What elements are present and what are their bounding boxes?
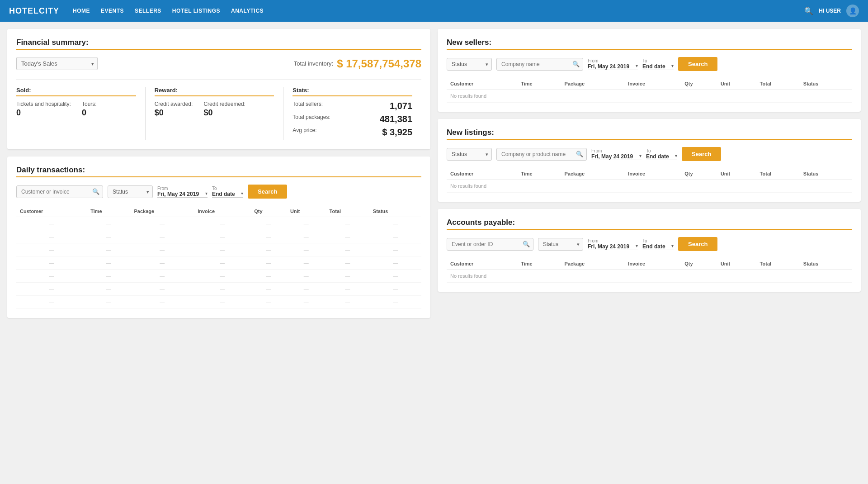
listings-status-dropdown-wrapper: Status bbox=[447, 148, 492, 161]
new-sellers-card: New sellers: Status 🔍 From Fri, May 24 2… bbox=[438, 29, 861, 112]
daily-to-date-wrapper: To End date bbox=[212, 186, 243, 198]
daily-transactions-title: Daily transactions: bbox=[16, 166, 421, 175]
ap-col-package: Package bbox=[561, 258, 624, 270]
listings-to-date-wrapper: To End date bbox=[646, 148, 677, 160]
event-order-search-wrapper: 🔍 bbox=[447, 238, 533, 251]
customer-invoice-input[interactable] bbox=[16, 185, 103, 198]
global-search-icon[interactable]: 🔍 bbox=[804, 7, 813, 15]
nl-col-qty: Qty bbox=[681, 168, 717, 180]
listings-search-button[interactable]: Search bbox=[682, 147, 721, 161]
company-name-search-icon: 🔍 bbox=[572, 61, 580, 67]
table-row: ———————— bbox=[16, 243, 421, 256]
listings-to-date-select[interactable]: End date bbox=[646, 153, 677, 160]
daily-from-date-wrapper: From Fri, May 24 2019 bbox=[157, 186, 208, 198]
table-row: ———————— bbox=[16, 230, 421, 243]
sellers-search-button[interactable]: Search bbox=[678, 57, 717, 71]
stats-underline bbox=[292, 95, 412, 96]
accounts-payable-no-results: No results found bbox=[447, 270, 852, 283]
sellers-from-date-wrapper: From Fri, May 24 2019 bbox=[588, 58, 638, 70]
company-product-search-wrapper: 🔍 bbox=[496, 148, 587, 161]
stats-section: Stats: Total sellers: 1,071 Total packag… bbox=[283, 87, 421, 140]
payable-to-date-select[interactable]: End date bbox=[642, 243, 674, 250]
payable-status-dropdown-wrapper: Status bbox=[538, 238, 583, 251]
sold-section: Sold: Tickets and hospitality: 0 Tours: … bbox=[16, 87, 145, 140]
sellers-to-date-wrapper: To End date bbox=[642, 58, 674, 70]
daily-from-label: From bbox=[157, 186, 208, 191]
tickets-value: 0 bbox=[16, 108, 71, 118]
accounts-payable-title: Accounts payable: bbox=[447, 218, 852, 227]
company-name-search-wrapper: 🔍 bbox=[496, 58, 583, 71]
credit-redeemed-label: Credit redeemed: bbox=[203, 101, 245, 107]
brand-logo[interactable]: HOTELCITY bbox=[9, 6, 59, 16]
nav-hotel-listings[interactable]: HOTEL LISTINGS bbox=[172, 8, 220, 14]
daily-search-button[interactable]: Search bbox=[248, 185, 287, 199]
user-avatar[interactable]: 👤 bbox=[846, 5, 859, 17]
payable-from-label: From bbox=[588, 238, 638, 243]
sellers-from-label: From bbox=[588, 58, 638, 63]
daily-transactions-thead: Customer Time Package Invoice Qty Unit T… bbox=[16, 206, 421, 217]
sellers-from-date-select[interactable]: Fri, May 24 2019 bbox=[588, 63, 638, 70]
listings-status-dropdown[interactable]: Status bbox=[447, 148, 492, 161]
new-sellers-underline bbox=[447, 49, 852, 50]
sold-title: Sold: bbox=[16, 87, 136, 94]
listings-from-label: From bbox=[591, 148, 642, 153]
total-packages-value: 481,381 bbox=[380, 114, 412, 124]
daily-status-dropdown-wrapper: Status bbox=[108, 185, 153, 198]
table-row: No results found bbox=[447, 90, 852, 103]
credit-redeemed-value: $0 bbox=[203, 108, 245, 118]
company-product-input[interactable] bbox=[496, 148, 587, 161]
table-row: ———————— bbox=[16, 270, 421, 283]
payable-from-date-wrapper: From Fri, May 24 2019 bbox=[588, 238, 638, 250]
ns-col-status: Status bbox=[800, 78, 852, 90]
total-packages-row: Total packages: 481,381 bbox=[292, 114, 412, 124]
sellers-status-dropdown-wrapper: Status bbox=[447, 58, 492, 71]
sales-period-dropdown[interactable]: Today's Sales Weekly Sales Monthly Sales bbox=[16, 57, 98, 70]
tickets-label: Tickets and hospitality: bbox=[16, 101, 71, 107]
new-listings-title: New listings: bbox=[447, 128, 852, 137]
total-packages-label: Total packages: bbox=[292, 114, 330, 124]
table-row: ———————— bbox=[16, 256, 421, 270]
ap-col-customer: Customer bbox=[447, 258, 517, 270]
customer-invoice-search-icon: 🔍 bbox=[92, 188, 99, 195]
payable-to-date-wrapper: To End date bbox=[642, 238, 674, 250]
table-row: ———————— bbox=[16, 283, 421, 296]
total-sellers-value: 1,071 bbox=[390, 101, 412, 111]
nav-events[interactable]: EVENTS bbox=[101, 8, 124, 14]
financial-stats: Sold: Tickets and hospitality: 0 Tours: … bbox=[16, 79, 421, 140]
payable-from-date-select[interactable]: Fri, May 24 2019 bbox=[588, 243, 638, 250]
nav-home[interactable]: HOME bbox=[73, 8, 90, 14]
listings-from-date-wrapper: From Fri, May 24 2019 bbox=[591, 148, 642, 160]
ap-col-unit: Unit bbox=[717, 258, 756, 270]
ap-col-invoice: Invoice bbox=[624, 258, 681, 270]
credit-awarded-label: Credit awarded: bbox=[155, 101, 193, 107]
user-label: HI USER bbox=[819, 8, 841, 14]
daily-status-dropdown[interactable]: Status bbox=[108, 185, 153, 198]
accounts-payable-thead: Customer Time Package Invoice Qty Unit T… bbox=[447, 258, 852, 270]
nav-analytics[interactable]: ANALYTICS bbox=[231, 8, 264, 14]
credit-awarded-value: $0 bbox=[155, 108, 193, 118]
reward-section: Reward: Credit awarded: $0 Credit redeem… bbox=[145, 87, 283, 140]
total-sellers-label: Total sellers: bbox=[292, 101, 323, 111]
sellers-to-label: To bbox=[642, 58, 674, 63]
ap-col-total: Total bbox=[756, 258, 800, 270]
daily-from-date-select[interactable]: Fri, May 24 2019 bbox=[157, 191, 208, 198]
nav-sellers[interactable]: SELLERS bbox=[135, 8, 161, 14]
payable-search-button[interactable]: Search bbox=[678, 237, 717, 251]
table-row: ———————— bbox=[16, 217, 421, 230]
tours-col: Tours: 0 bbox=[82, 101, 97, 118]
sellers-status-dropdown[interactable]: Status bbox=[447, 58, 492, 71]
sellers-to-date-select[interactable]: End date bbox=[642, 63, 674, 70]
new-sellers-header-row: Customer Time Package Invoice Qty Unit T… bbox=[447, 78, 852, 90]
event-order-input[interactable] bbox=[447, 238, 533, 251]
reward-row: Credit awarded: $0 Credit redeemed: $0 bbox=[155, 101, 274, 118]
listings-from-date-select[interactable]: Fri, May 24 2019 bbox=[591, 153, 642, 160]
ap-col-status: Status bbox=[800, 258, 852, 270]
accounts-payable-table: Customer Time Package Invoice Qty Unit T… bbox=[447, 258, 852, 283]
daily-transactions-tbody: ———————— ———————— ———————— ———————— ————… bbox=[16, 217, 421, 309]
company-name-input[interactable] bbox=[496, 58, 583, 71]
new-sellers-tbody: No results found bbox=[447, 90, 852, 103]
col-customer: Customer bbox=[16, 206, 87, 217]
payable-status-dropdown[interactable]: Status bbox=[538, 238, 583, 251]
daily-to-date-select[interactable]: End date bbox=[212, 191, 243, 198]
new-listings-no-results: No results found bbox=[447, 180, 852, 193]
